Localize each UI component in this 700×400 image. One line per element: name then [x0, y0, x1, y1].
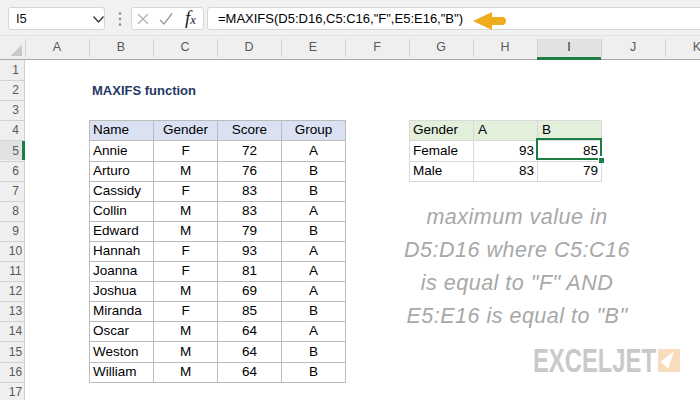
- svg-text:EXCELJET: EXCELJET: [533, 342, 656, 379]
